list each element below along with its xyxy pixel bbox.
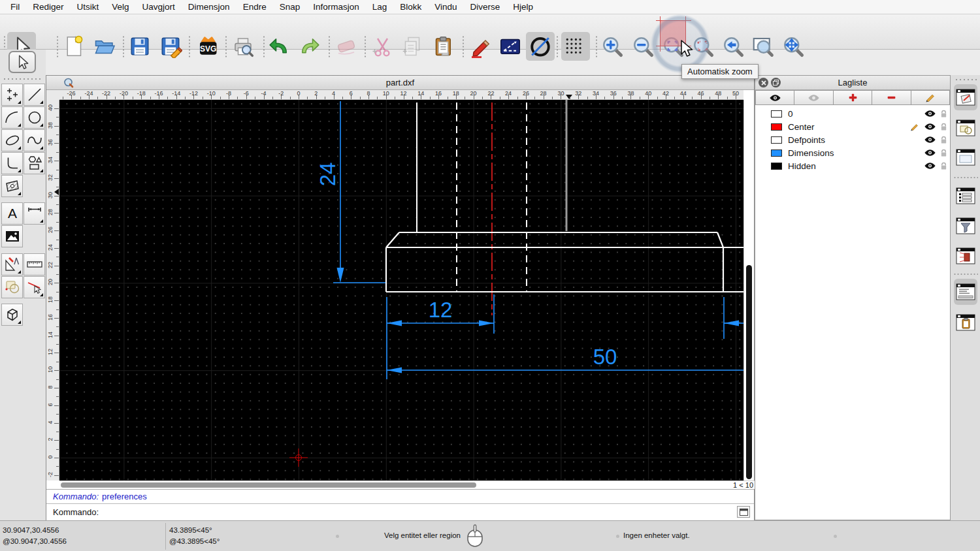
command-widget-toggle[interactable] — [954, 279, 977, 305]
eye-icon[interactable] — [924, 136, 936, 144]
grid-toggle-button[interactable] — [561, 32, 590, 61]
zoom-pan-button[interactable] — [779, 32, 808, 61]
trim-tool[interactable] — [1, 276, 23, 298]
menu-item-fil[interactable]: Fil — [4, 2, 26, 12]
dimension-tool[interactable] — [24, 202, 45, 225]
dock-strip-handle[interactable] — [955, 78, 977, 81]
eye-icon[interactable] — [924, 110, 936, 118]
eye-icon[interactable] — [924, 123, 936, 131]
polyline-tool[interactable] — [1, 152, 23, 174]
redo-button[interactable] — [295, 32, 324, 61]
spline-tool[interactable] — [24, 129, 45, 151]
list-window-icon — [956, 187, 975, 204]
layer-list-toggle[interactable] — [954, 84, 977, 110]
block-list-toggle[interactable] — [954, 115, 977, 141]
points-tool[interactable] — [1, 84, 23, 106]
erase-button[interactable] — [332, 32, 361, 61]
hide-all-layers-button[interactable] — [794, 90, 833, 105]
arc-tool[interactable] — [1, 106, 23, 129]
select-tool-button-2[interactable] — [8, 51, 36, 73]
remove-layer-button[interactable] — [872, 90, 911, 105]
image-tool[interactable] — [1, 225, 23, 247]
paste-button[interactable] — [429, 32, 457, 61]
vertical-scrollbar-thumb[interactable] — [746, 265, 752, 479]
delete-tool[interactable] — [24, 276, 45, 298]
menu-item-informasjon[interactable]: Informasjon — [306, 2, 366, 12]
ruler-tick — [552, 97, 553, 99]
new-document-button[interactable] — [59, 32, 88, 61]
drawing-window-titlebar[interactable]: part.dxf — [46, 76, 754, 90]
command-input-line[interactable]: Kommando: — [46, 503, 754, 520]
svg-export-button[interactable]: SVG — [193, 32, 222, 61]
menu-item-endre[interactable]: Endre — [237, 2, 273, 12]
horizontal-scrollbar-thumb[interactable] — [61, 482, 476, 488]
edit-layer-button[interactable] — [911, 90, 950, 105]
clipboard-panel-toggle[interactable] — [954, 309, 977, 336]
line-tool[interactable] — [24, 84, 45, 106]
view-toggle[interactable] — [954, 243, 977, 269]
layer-row-defpoints[interactable]: Defpoints — [755, 133, 950, 146]
shapes-tool[interactable] — [24, 152, 45, 174]
menu-item-lag[interactable]: Lag — [366, 2, 394, 12]
layer-row-dimensions[interactable]: Dimensions — [755, 146, 950, 159]
menu-item-utsikt[interactable]: Utsikt — [71, 2, 106, 12]
command-window-button[interactable] — [737, 506, 750, 518]
menu-item-dimensjon[interactable]: Dimensjon — [182, 2, 237, 12]
ellipse-tool[interactable] — [1, 129, 23, 151]
menu-item-hjelp[interactable]: Hjelp — [506, 2, 540, 12]
box3d-tool[interactable] — [1, 304, 23, 326]
zoom-in-button[interactable] — [598, 32, 627, 61]
zoom-previous-button[interactable] — [719, 32, 747, 61]
draw-order-button[interactable] — [465, 32, 494, 61]
filter-toggle[interactable] — [954, 213, 977, 239]
vertical-scrollbar[interactable] — [743, 100, 753, 480]
copy-button[interactable] — [398, 32, 427, 61]
lock-icon[interactable] — [940, 110, 947, 118]
list-view-toggle[interactable] — [954, 183, 977, 209]
menu-item-vindu[interactable]: Vindu — [428, 2, 463, 12]
ruler-label: 32 — [47, 171, 54, 184]
measure-tool[interactable] — [24, 253, 45, 276]
layer-row-hidden[interactable]: Hidden — [755, 159, 950, 172]
palette-handle[interactable] — [3, 78, 43, 80]
add-layer-button[interactable] — [834, 90, 872, 105]
drawing-canvas[interactable]: 24 12 50 — [59, 100, 743, 480]
layer-panel-close-button[interactable] — [759, 78, 768, 87]
hatch-tool[interactable] — [1, 175, 23, 197]
menu-item-rediger[interactable]: Rediger — [26, 2, 70, 12]
menu-item-blokk[interactable]: Blokk — [393, 2, 428, 12]
draft-tools[interactable] — [1, 253, 23, 276]
layer-row-0[interactable]: 0 — [755, 107, 950, 120]
cut-button[interactable] — [367, 32, 396, 61]
ruler-label: 38 — [627, 90, 634, 97]
save-as-button[interactable] — [156, 32, 185, 61]
layer-row-center[interactable]: Center — [755, 120, 950, 133]
ruler-tick — [640, 97, 640, 99]
library-browser-toggle[interactable] — [954, 144, 977, 170]
layer-panel-float-button[interactable] — [771, 78, 781, 87]
zoom-window-button[interactable] — [749, 32, 777, 61]
menu-item-diverse[interactable]: Diverse — [464, 2, 507, 12]
print-preview-button[interactable] — [229, 32, 257, 61]
lock-icon[interactable] — [940, 162, 947, 170]
undo-button[interactable] — [265, 32, 293, 61]
isometric-circle-button[interactable] — [526, 32, 555, 61]
lock-icon[interactable] — [940, 136, 947, 144]
ruler-tick — [56, 292, 59, 292]
eye-icon[interactable] — [924, 162, 936, 170]
horizontal-scrollbar[interactable] — [59, 480, 729, 489]
distance-tool-button[interactable] — [496, 32, 525, 61]
lock-icon[interactable] — [940, 123, 947, 131]
ruler-label: 34 — [593, 90, 599, 97]
lock-icon[interactable] — [940, 149, 947, 157]
save-button[interactable] — [125, 32, 154, 61]
show-all-layers-button[interactable] — [755, 90, 794, 105]
menu-item-velg[interactable]: Velg — [105, 2, 135, 12]
eye-icon[interactable] — [924, 149, 936, 157]
menu-item-uavgjort[interactable]: Uavgjort — [136, 2, 182, 12]
text-tool[interactable]: A — [1, 202, 23, 225]
circle-tool[interactable] — [24, 106, 45, 129]
menu-item-snap[interactable]: Snap — [273, 2, 307, 12]
open-file-button[interactable] — [90, 32, 119, 61]
pan-icon — [781, 35, 805, 58]
